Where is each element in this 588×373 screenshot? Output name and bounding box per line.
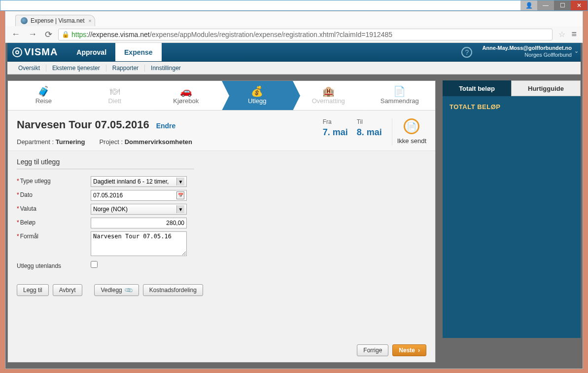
purpose-textarea[interactable]: Narvesen Tour 07.05.16 [91,231,187,256]
from-value: 7. mai [323,127,348,138]
moneybag-icon: 💰 [251,86,263,96]
step-diett[interactable]: 🍽 Diett [79,81,151,110]
form-buttons: Legg til Avbryt Vedlegg 📎 Kostnadsfordel… [17,284,426,296]
browser-menu-icon[interactable]: ≡ [569,29,579,39]
project-value: Dommervirksomheten [125,138,192,146]
user-org: Norges Golfforbund [482,52,572,59]
os-maximize-button[interactable]: ☐ [554,0,571,10]
step-label: Diett [108,97,121,105]
browser-window: Expense | Visma.net × ← → ⟳ 🔒 https://ex… [5,11,583,369]
side-tab-guide[interactable]: Hurtigguide [511,80,581,96]
top-tab-approval[interactable]: Approval [68,43,115,61]
edit-claim-link[interactable]: Endre [156,122,176,130]
cost-allocation-button[interactable]: Kostnadsfordeling [143,284,203,296]
step-overnatting[interactable]: 🏨 Overnatting [293,81,364,110]
os-close-button[interactable]: ✕ [571,0,588,10]
claim-status: 📄 Ikke sendt [392,118,426,146]
step-label: Utlegg [248,97,267,105]
car-icon: 🚗 [180,86,192,96]
step-nav: 🧳 Reise 🍽 Diett 🚗 Kjørebok [8,81,435,111]
subnav: Oversikt Eksterne tjenester Rapporter In… [7,62,581,75]
step-sammendrag[interactable]: 📄 Sammendrag [364,81,436,110]
date-input[interactable]: 07.05.2016 📅 [91,190,187,201]
side-tab-total[interactable]: Totalt beløp [443,80,511,96]
step-label: Reise [35,97,52,105]
currency-value: Norge (NOK) [93,206,128,213]
label-purpose: *Formål [17,231,91,240]
step-label: Kjørebok [173,97,199,105]
side-body: TOTALT BELØP [443,96,581,338]
claim-header: Narvesen Tour 07.05.2016 Endre Departmen… [8,111,435,151]
currency-select[interactable]: Norge (NOK) ▼ [91,204,187,215]
dept-value: Turnering [56,138,85,146]
step-label: Sammendrag [380,97,419,105]
step-utlegg[interactable]: 💰 Utlegg [222,81,293,110]
help-icon[interactable]: ? [461,47,472,58]
abroad-checkbox[interactable] [91,261,98,268]
subnav-rapporter[interactable]: Rapporter [106,65,145,72]
suitcase-icon: 🧳 [37,86,50,96]
workspace: 🧳 Reise 🍽 Diett 🚗 Kjørebok [5,75,583,369]
bookmark-icon[interactable]: ☆ [558,30,565,39]
previous-button[interactable]: Forrige [357,344,388,356]
label-amount: *Beløp [17,218,91,226]
hotel-icon: 🏨 [322,86,335,96]
summary-icon: 📄 [393,86,406,96]
address-bar[interactable]: 🔒 https://expense.visma.net/expense/appM… [58,29,553,40]
browser-tab-close-icon[interactable]: × [88,18,91,24]
side-panel: Totalt beløp Hurtigguide TOTALT BELØP [443,80,581,363]
attachment-label: Vedlegg [101,287,122,294]
paperclip-icon: 📎 [124,285,134,295]
next-button[interactable]: Neste [392,344,426,356]
favicon-icon [21,17,28,24]
claim-meta: Department : Turnering Project : Dommerv… [17,138,323,146]
step-reise[interactable]: 🧳 Reise [8,81,79,110]
reload-button[interactable]: ⟳ [43,29,54,40]
add-expense-form: Legg til utlegg *Type utlegg Dagdiett in… [8,151,435,301]
wizard-footer: Forrige Neste [8,338,435,362]
browser-tab[interactable]: Expense | Visma.net × [15,15,95,26]
form-section-title: Legg til utlegg [17,158,194,169]
date-value: 07.05.2016 [93,192,123,199]
label-currency: *Valuta [17,204,91,212]
add-button[interactable]: Legg til [17,284,49,296]
user-email: Anne-May.Moss@golfforbundet.no [482,45,572,52]
attachment-button[interactable]: Vedlegg 📎 [94,284,138,296]
type-select-value: Dagdiett innland 6 - 12 timer, [93,178,169,185]
browser-tab-title: Expense | Visma.net [31,17,85,24]
dept-label: Department : [17,138,54,146]
visma-logo-icon [12,47,22,57]
side-title: TOTALT BELØP [450,103,574,111]
type-select[interactable]: Dagdiett innland 6 - 12 timer, ▼ [91,176,187,187]
back-button[interactable]: ← [9,29,22,39]
amount-input[interactable] [91,218,187,228]
os-titlebar: 👤 — ☐ ✕ [0,0,588,11]
claim-dates: Fra 7. mai Til 8. mai [323,118,392,146]
top-tab-expense[interactable]: Expense [115,43,162,61]
user-menu[interactable]: Anne-May.Moss@golfforbundet.no Norges Go… [477,43,581,61]
browser-toolbar: ← → ⟳ 🔒 https://expense.visma.net/expens… [5,26,583,43]
cutlery-icon: 🍽 [110,86,120,96]
os-user-button[interactable]: 👤 [520,0,537,10]
main-panel: 🧳 Reise 🍽 Diett 🚗 Kjørebok [7,80,436,363]
url-path: /expense/appModules/registration/expense… [150,31,392,38]
to-label: Til [357,118,382,125]
visma-logo[interactable]: VISMA [12,43,58,61]
visma-logo-text: VISMA [24,46,58,58]
forward-button[interactable]: → [26,29,39,39]
os-minimize-button[interactable]: — [537,0,554,10]
label-type: *Type utlegg [17,176,91,185]
calendar-icon[interactable]: 📅 [176,191,184,199]
status-not-sent-icon: 📄 [404,118,419,134]
chevron-down-icon: ▼ [176,205,184,213]
url-scheme: https [71,31,86,38]
subnav-oversikt[interactable]: Oversikt [12,65,46,72]
from-label: Fra [323,118,348,125]
label-date: *Dato [17,190,91,198]
cancel-button[interactable]: Avbryt [53,284,82,296]
to-value: 8. mai [357,127,382,138]
subnav-innstillinger[interactable]: Innstillinger [145,65,187,72]
step-kjorebok[interactable]: 🚗 Kjørebok [150,81,222,110]
subnav-eksterne[interactable]: Eksterne tjenester [46,65,106,72]
app-header: VISMA Approval Expense ? Anne-May.Moss@g… [7,43,581,62]
